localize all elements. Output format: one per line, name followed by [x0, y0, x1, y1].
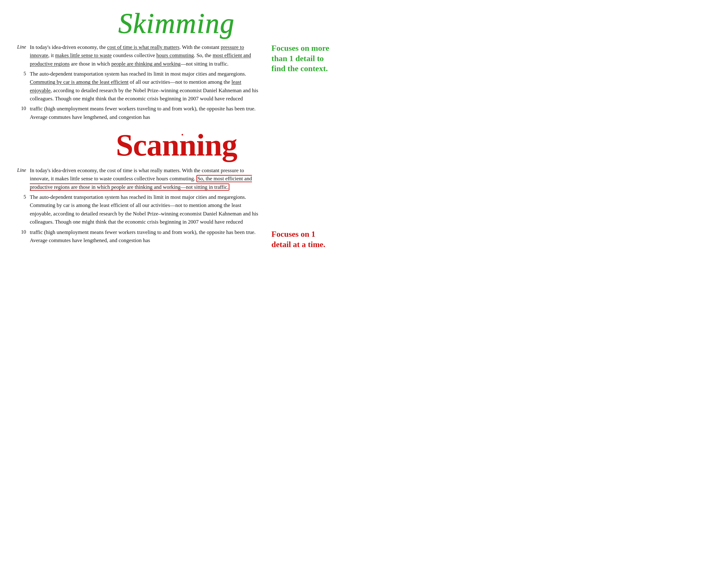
skimming-paragraph-1: Line In today's idea-driven economy, the… [12, 43, 262, 68]
skimming-paragraph-3: 10 traffic (high unemployment means fewe… [12, 105, 262, 121]
underline-cost-of-time: cost of time is what really matters [107, 44, 180, 50]
skimming-sidebar-line2: than 1 detail to [271, 54, 324, 63]
skimming-line-label-1: Line [12, 43, 30, 68]
scanning-paragraph-2-text: The auto-dependent transportation system… [30, 193, 262, 226]
scanning-paragraph-2: 5 The auto-dependent transportation syst… [12, 193, 262, 226]
scanning-line-label-1: Line [12, 167, 30, 191]
scanning-sidebar-line1: Focuses on 1 [271, 229, 315, 239]
scanning-line-number-5: 5 [12, 193, 30, 226]
skimming-paragraph-2: 5 The auto-dependent transportation syst… [12, 70, 262, 103]
scanning-sidebar-line2: detail at a time. [271, 240, 325, 249]
skimming-sidebar: Focuses on more than 1 detail to find th… [271, 43, 341, 123]
scanning-main-text: Line In today's idea-driven economy, the… [12, 167, 262, 250]
skimming-sidebar-line1: Focuses on more [271, 44, 329, 53]
scanning-highlight-box: So, the most efficient and productive re… [30, 175, 252, 191]
skimming-paragraph-3-text: traffic (high unemployment means fewer w… [30, 105, 262, 121]
scanning-paragraph-1: Line In today's idea-driven economy, the… [12, 167, 262, 191]
skimming-paragraph-2-text: The auto-dependent transportation system… [30, 70, 262, 103]
scanning-sidebar: Focuses on 1 detail at a time. [271, 167, 341, 250]
scanning-section: Scanning Line In today's idea-driven eco… [12, 129, 341, 250]
scanning-paragraph-1-text: In today's idea-driven economy, the cost… [30, 167, 262, 191]
underline-makes-little: makes little sense to waste [55, 52, 112, 58]
skimming-title: Skimming [12, 9, 341, 38]
skimming-paragraph-1-text: In today's idea-driven economy, the cost… [30, 43, 262, 68]
skimming-line-number-5: 5 [12, 70, 30, 103]
skimming-content-wrapper: Line In today's idea-driven economy, the… [12, 43, 341, 123]
scanning-title: Scanning [12, 129, 341, 161]
skimming-sidebar-text: Focuses on more than 1 detail to find th… [271, 43, 341, 74]
skimming-section: Skimming Line In today's idea-driven eco… [12, 9, 341, 123]
scanning-sidebar-text: Focuses on 1 detail at a time. [271, 229, 341, 250]
skimming-line-number-10: 10 [12, 105, 30, 121]
scanning-paragraph-3: 10 traffic (high unemployment means fewe… [12, 228, 262, 245]
skimming-sidebar-line3: find the context. [271, 64, 328, 73]
scanning-line-number-10: 10 [12, 228, 30, 245]
scanning-content-wrapper: Line In today's idea-driven economy, the… [12, 167, 341, 250]
scanning-paragraph-3-text: traffic (high unemployment means fewer w… [30, 228, 262, 245]
skimming-main-text: Line In today's idea-driven economy, the… [12, 43, 262, 123]
underline-commuting-car: Commuting by car is among the least effi… [30, 79, 129, 85]
underline-hours-commuting: hours commuting [156, 52, 194, 58]
underline-people-thinking: people are thinking and working [111, 61, 181, 67]
